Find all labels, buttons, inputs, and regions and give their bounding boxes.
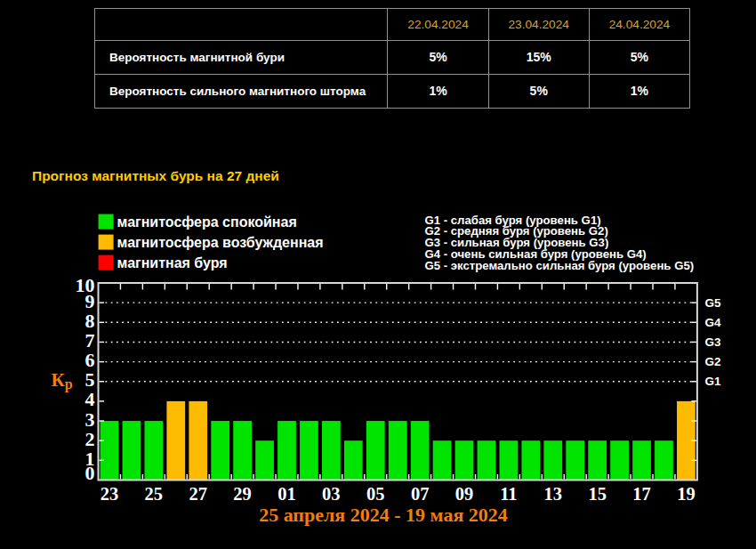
svg-text:Прогноз магнитных бурь на 27 д: Прогноз магнитных бурь на 27 дней	[32, 168, 279, 183]
svg-text:13: 13	[544, 484, 563, 504]
svg-text:магнитная буря: магнитная буря	[117, 255, 228, 270]
svg-text:5: 5	[85, 368, 95, 391]
svg-text:G2: G2	[705, 355, 721, 368]
svg-text:09: 09	[455, 484, 474, 504]
svg-text:Кр: Кр	[52, 369, 73, 392]
svg-text:27: 27	[189, 484, 207, 504]
svg-text:29: 29	[233, 484, 252, 504]
svg-text:3: 3	[85, 408, 95, 431]
svg-text:10: 10	[76, 274, 95, 296]
svg-text:2: 2	[85, 428, 95, 450]
svg-text:1: 1	[85, 448, 95, 470]
svg-text:23: 23	[101, 484, 119, 504]
svg-text:01: 01	[277, 484, 296, 504]
svg-text:25: 25	[145, 484, 164, 504]
svg-text:G5: G5	[705, 296, 722, 310]
svg-text:25 апреля 2024 - 19 мая 2024: 25 апреля 2024 - 19 мая 2024	[259, 504, 508, 526]
svg-text:G3: G3	[705, 335, 722, 349]
svg-text:7: 7	[85, 329, 95, 351]
svg-text:6: 6	[85, 349, 95, 371]
svg-text:G4: G4	[705, 316, 722, 329]
svg-text:03: 03	[322, 484, 341, 504]
svg-text:G1: G1	[705, 375, 722, 388]
svg-text:15: 15	[588, 484, 607, 504]
svg-text:магнитосфера спокойная: магнитосфера спокойная	[117, 214, 297, 230]
svg-text:магнитосфера возбужденная: магнитосфера возбужденная	[117, 235, 324, 250]
svg-text:8: 8	[85, 310, 95, 332]
svg-text:17: 17	[632, 484, 651, 504]
svg-text:4: 4	[85, 388, 95, 410]
svg-text:07: 07	[411, 484, 430, 504]
svg-text:05: 05	[366, 484, 385, 504]
svg-text:19: 19	[677, 484, 696, 504]
svg-text:11: 11	[500, 484, 517, 504]
svg-text:G5 - экстремально сильная буря: G5 - экстремально сильная буря (уровень …	[424, 259, 694, 272]
